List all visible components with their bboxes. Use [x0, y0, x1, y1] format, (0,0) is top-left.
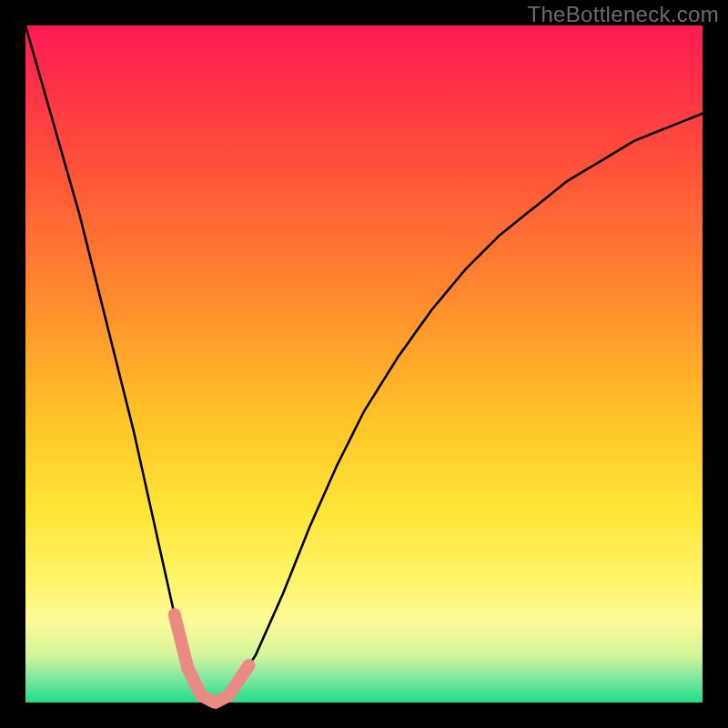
- watermark-text: TheBottleneck.com: [527, 2, 719, 27]
- plot-background: [25, 25, 703, 703]
- chart-frame: TheBottleneck.com: [0, 0, 728, 728]
- bottleneck-chart: [0, 0, 728, 728]
